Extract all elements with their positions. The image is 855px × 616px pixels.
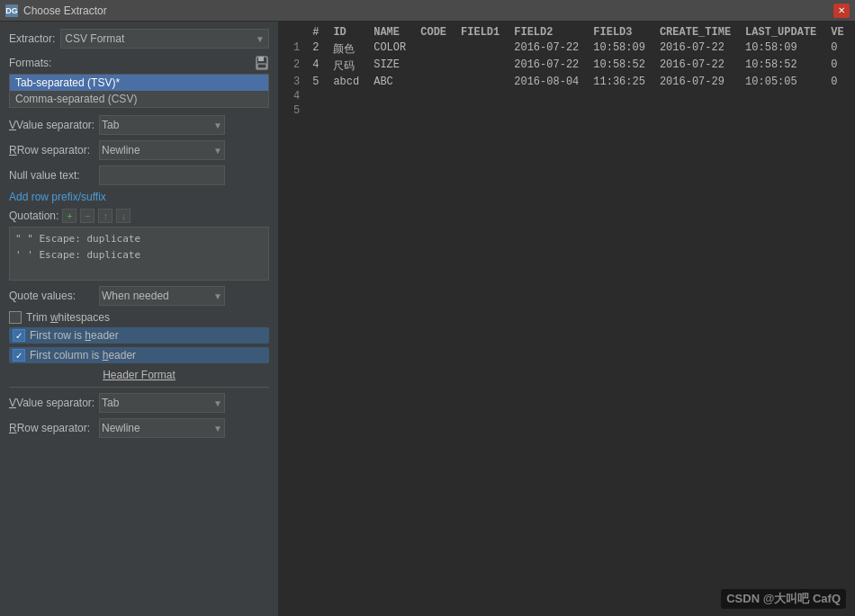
- table-row: 3 5 abcd ABC 2016-08-04 11:36:25 2016-07…: [286, 75, 851, 89]
- main-container: Extractor: CSV Format ▼ Formats: Tab-sep…: [0, 22, 855, 616]
- row-2-hash: 4: [305, 58, 326, 75]
- row-1-field2: 2016-07-22: [507, 40, 586, 58]
- row-separator-value: Newline: [102, 144, 140, 156]
- first-row-header-checkbox[interactable]: [13, 329, 25, 342]
- row-2-code: [413, 58, 454, 75]
- col-field1: FIELD1: [454, 25, 507, 40]
- row-4-field1: [454, 89, 507, 103]
- row-separator-2-value: Newline: [102, 422, 140, 434]
- col-create-time: CREATE_TIME: [652, 25, 738, 40]
- table-row: 1 2 颜色 COLOR 2016-07-22 10:58:09 2016-07…: [286, 40, 851, 58]
- row-5-create: [652, 103, 738, 118]
- row-3-id: abcd: [326, 75, 366, 89]
- row-1-field3: 10:58:09: [586, 40, 652, 58]
- row-1-field1: [454, 40, 507, 58]
- row-4-update: [738, 89, 824, 103]
- row-4-field3: [586, 89, 652, 103]
- title-bar: DG Choose Extractor ✕: [0, 0, 855, 22]
- row-separator-select[interactable]: Newline ▼: [99, 140, 225, 160]
- quotation-up-button[interactable]: ↑: [98, 209, 112, 223]
- quotation-add-button[interactable]: +: [62, 209, 76, 223]
- row-1-hash: 2: [305, 40, 326, 58]
- left-panel: Extractor: CSV Format ▼ Formats: Tab-sep…: [0, 22, 279, 616]
- col-last-update: LAST_UPDATE: [738, 25, 824, 40]
- formats-section-header: Formats:: [9, 56, 269, 70]
- extractor-combo[interactable]: CSV Format ▼: [60, 29, 269, 49]
- row-1-create: 2016-07-22: [652, 40, 738, 58]
- first-row-header-row: First row is header: [9, 327, 269, 344]
- close-button[interactable]: ✕: [833, 4, 850, 18]
- row-3-update: 10:05:05: [738, 75, 824, 89]
- row-5-num: 5: [286, 103, 305, 118]
- row-separator-2-select[interactable]: Newline ▼: [99, 418, 225, 438]
- format-item-csv[interactable]: Comma-separated (CSV): [10, 91, 268, 107]
- first-column-header-row: First column is header: [9, 347, 269, 363]
- col-rownum: [286, 25, 305, 40]
- col-id: ID: [326, 25, 366, 40]
- col-field2: FIELD2: [507, 25, 586, 40]
- save-icon[interactable]: [255, 56, 269, 70]
- value-separator-select[interactable]: Tab ▼: [99, 115, 225, 135]
- row-2-ve: 0: [824, 58, 850, 75]
- quote-values-label: Quote values:: [9, 290, 99, 302]
- divider-1: [9, 387, 269, 388]
- row-separator-label: RRow separator:: [9, 144, 99, 156]
- watermark: CSDN @大叫吧 CafQ: [721, 589, 846, 609]
- quotation-header: Quotation: + − ↑ ↓: [9, 209, 269, 223]
- first-column-header-label: First column is header: [30, 349, 136, 362]
- quotation-item-1[interactable]: " " Escape: duplicate: [15, 231, 263, 247]
- value-separator-2-arrow-icon: ▼: [213, 398, 222, 408]
- value-separator-2-select[interactable]: Tab ▼: [99, 393, 225, 413]
- first-column-header-checkbox[interactable]: [13, 349, 25, 362]
- row-3-name: ABC: [366, 75, 413, 89]
- row-2-field3: 10:58:52: [586, 58, 652, 75]
- row-1-num: 1: [286, 40, 305, 58]
- quotation-item-2[interactable]: ' ' Escape: duplicate: [15, 247, 263, 263]
- format-item-tsv[interactable]: Tab-separated (TSV)*: [10, 75, 268, 91]
- row-1-update: 10:58:09: [738, 40, 824, 58]
- row-4-field2: [507, 89, 586, 103]
- null-value-row: Null value text:: [9, 165, 269, 185]
- first-row-header-label: First row is header: [30, 329, 119, 342]
- row-separator-2-row: RRow separator: Newline ▼: [9, 418, 269, 438]
- row-separator-row: RRow separator: Newline ▼: [9, 140, 269, 160]
- value-separator-arrow-icon: ▼: [213, 121, 222, 130]
- row-4-id: [326, 89, 366, 103]
- table-row: 2 4 尺码 SIZE 2016-07-22 10:58:52 2016-07-…: [286, 58, 851, 75]
- row-5-update: [738, 103, 824, 118]
- row-3-create: 2016-07-29: [652, 75, 738, 89]
- row-2-update: 10:58:52: [738, 58, 824, 75]
- row-1-code: [413, 40, 454, 58]
- row-1-id: 颜色: [326, 40, 366, 58]
- null-value-input[interactable]: [99, 165, 225, 185]
- row-5-ve: [824, 103, 850, 118]
- row-1-ve: 0: [824, 40, 850, 58]
- value-separator-2-label: VValue separator:: [9, 397, 99, 409]
- header-format-link[interactable]: Header Format: [9, 369, 269, 381]
- value-separator-2-value: Tab: [102, 397, 119, 409]
- table-body: 1 2 颜色 COLOR 2016-07-22 10:58:09 2016-07…: [286, 40, 851, 118]
- quote-values-arrow-icon: ▼: [213, 291, 222, 301]
- row-3-field3: 11:36:25: [586, 75, 652, 89]
- value-separator-label: VValue separator:: [9, 119, 99, 131]
- extractor-combo-arrow-icon: ▼: [256, 34, 265, 44]
- row-4-code: [413, 89, 454, 103]
- null-value-label: Null value text:: [9, 169, 99, 182]
- quotation-remove-button[interactable]: −: [80, 209, 94, 223]
- row-separator-arrow-icon: ▼: [213, 146, 222, 156]
- value-separator-row: VValue separator: Tab ▼: [9, 115, 269, 135]
- extractor-row: Extractor: CSV Format ▼: [9, 29, 269, 49]
- formats-label: Formats:: [9, 57, 51, 69]
- row-3-field2: 2016-08-04: [507, 75, 586, 89]
- row-4-name: [366, 89, 413, 103]
- row-2-name: SIZE: [366, 58, 413, 75]
- trim-whitespaces-checkbox[interactable]: [9, 311, 22, 324]
- quote-values-select[interactable]: When needed ▼: [99, 286, 225, 306]
- quotation-down-button[interactable]: ↓: [116, 209, 130, 223]
- col-code: CODE: [413, 25, 454, 40]
- row-3-hash: 5: [305, 75, 326, 89]
- row-2-create: 2016-07-22: [652, 58, 738, 75]
- add-row-prefix-link[interactable]: Add row prefix/suffix: [9, 191, 269, 203]
- svg-rect-2: [257, 64, 266, 68]
- row-5-hash: [305, 103, 326, 118]
